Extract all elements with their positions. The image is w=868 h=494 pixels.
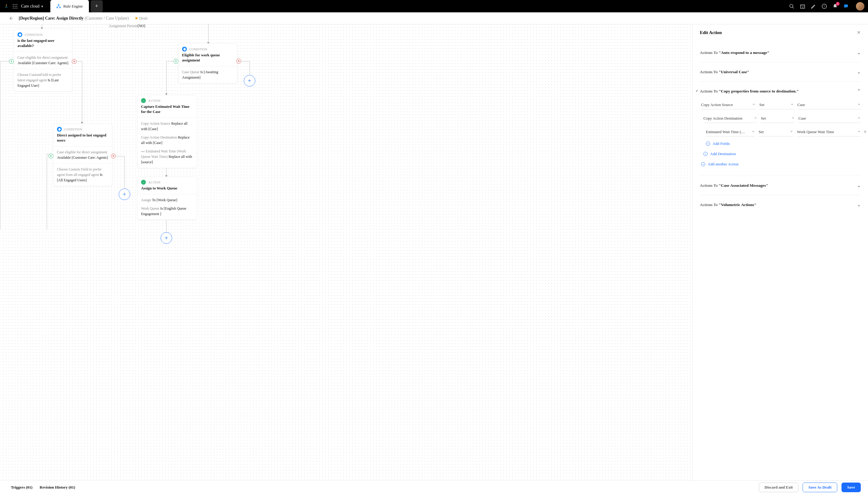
triggers-link[interactable]: Triggers (01) (11, 485, 33, 490)
svg-point-6 (13, 7, 14, 8)
port-yes[interactable]: Y (49, 154, 53, 158)
svg-rect-11 (59, 7, 60, 8)
rule-canvas[interactable]: Assignment Present[NO] CONDITION is the … (0, 24, 692, 480)
condition-icon (182, 47, 187, 52)
notification-icon[interactable]: 2 (832, 4, 838, 9)
save-button[interactable]: Save (842, 482, 861, 492)
action-icon (141, 98, 146, 103)
accordion-auto-respond[interactable]: Actions To "Auto respond to a message"⌄ (700, 43, 861, 62)
tab-rule-engine[interactable]: Rule Engine (50, 0, 89, 12)
svg-text:28: 28 (802, 6, 804, 8)
svg-rect-9 (58, 4, 59, 5)
search-icon[interactable] (789, 4, 794, 9)
apps-icon[interactable] (13, 4, 17, 9)
node-condition-last-engaged[interactable]: CONDITION is the last engaged user avail… (14, 29, 72, 92)
remove-row-icon[interactable]: ✕ (864, 130, 867, 134)
port-no[interactable]: N (72, 59, 77, 64)
topbar: Care cloud▼ Rule Engine + 28 ? 2 (0, 0, 868, 12)
svg-line-13 (792, 7, 794, 8)
page-subtitle: (Customer / Case Update) (85, 16, 129, 21)
close-icon[interactable]: ✕ (857, 30, 861, 35)
edit-icon[interactable] (811, 4, 816, 9)
port-no[interactable]: N (111, 154, 116, 158)
logo-icon (4, 4, 9, 9)
revision-link[interactable]: Revision History (01) (40, 485, 75, 490)
select-operator[interactable]: Set (761, 114, 795, 123)
node-action-capture-wait[interactable]: ACTION Capture Estimated Wait Time for t… (137, 95, 197, 168)
chevron-up-icon: ⌃ (857, 88, 861, 94)
select-value[interactable]: Work Queue Wait Time (797, 128, 861, 136)
hierarchy-icon (56, 4, 61, 8)
select-field[interactable]: Estimated Wait Time (… (706, 128, 755, 136)
add-tab-button[interactable]: + (91, 0, 103, 12)
add-action-button[interactable]: +Add another Action (701, 162, 861, 167)
port-yes[interactable]: Y (9, 59, 14, 64)
accordion-copy-properties: ✓ Actions To "Copy properties from sourc… (700, 82, 861, 176)
node-condition-direct-assigned[interactable]: CONDITION Direct assigned to last engage… (53, 124, 112, 186)
chevron-down-icon: ⌄ (857, 69, 861, 75)
add-node-button[interactable]: + (161, 232, 172, 244)
edit-action-panel: Edit Action ✕ Actions To "Auto respond t… (692, 24, 868, 480)
calendar-icon[interactable]: 28 (800, 4, 805, 9)
chevron-down-icon: ▼ (41, 5, 44, 8)
node-condition-eligible-queue[interactable]: CONDITION Eligible for work queue assign… (178, 43, 238, 83)
select-copy-source[interactable]: Copy Action Source (701, 101, 756, 109)
add-fields-button[interactable]: +Add Fields (706, 141, 861, 146)
node-stub: Assignment Present[NO] (109, 24, 145, 28)
chevron-down-icon: ⌄ (857, 202, 861, 208)
notification-badge: 2 (836, 2, 840, 6)
chat-icon[interactable] (843, 4, 849, 9)
help-icon[interactable]: ? (821, 4, 827, 9)
condition-icon (17, 32, 22, 37)
select-value[interactable]: Case (798, 114, 861, 123)
svg-point-2 (17, 4, 17, 5)
back-arrow-icon[interactable] (8, 16, 13, 21)
plus-circle-icon: + (701, 162, 705, 166)
page-title: [Dept/Region] Care: Assign Directly (19, 16, 84, 21)
plus-circle-icon: + (703, 152, 708, 156)
svg-point-5 (17, 6, 17, 7)
discard-button[interactable]: Discard and Exit (759, 482, 799, 492)
accordion-volumetric[interactable]: Actions To "Volumetric Actions"⌄ (700, 195, 861, 214)
chevron-down-icon: ⌄ (857, 50, 861, 55)
add-node-button[interactable]: + (244, 75, 255, 87)
save-draft-button[interactable]: Save As Draft (802, 482, 837, 492)
svg-point-3 (13, 6, 14, 7)
svg-point-8 (17, 7, 17, 8)
check-icon: ✓ (696, 89, 698, 93)
accordion-case-messages[interactable]: Actions To "Case Associated Messages"⌄ (700, 176, 861, 195)
condition-icon (57, 127, 62, 132)
select-copy-dest[interactable]: Copy Action Destination (703, 114, 757, 123)
workspace-selector[interactable]: Care cloud▼ (21, 4, 44, 9)
tab-label: Rule Engine (63, 4, 83, 9)
svg-rect-10 (57, 7, 58, 8)
chevron-down-icon: ⌄ (857, 183, 861, 188)
accordion-universal-case[interactable]: Actions To "Universal Case"⌄ (700, 62, 861, 82)
action-icon (141, 180, 146, 185)
svg-point-7 (15, 7, 16, 8)
svg-text:?: ? (824, 4, 825, 8)
svg-point-0 (13, 4, 14, 5)
svg-point-12 (790, 4, 793, 7)
select-operator[interactable]: Set (759, 128, 793, 136)
select-operator[interactable]: Set (759, 101, 794, 109)
port-yes[interactable]: Y (173, 59, 179, 63)
port-no[interactable]: N (236, 59, 241, 63)
svg-point-1 (15, 4, 16, 5)
add-node-button[interactable]: + (119, 189, 130, 200)
svg-point-4 (15, 6, 16, 7)
avatar[interactable] (856, 2, 864, 11)
plus-circle-icon: + (706, 141, 710, 146)
node-action-assign-queue[interactable]: ACTION Assign to Work Queue Assign To [W… (137, 176, 197, 220)
status-dot (135, 17, 137, 19)
subheader: [Dept/Region] Care: Assign Directly (Cus… (0, 12, 868, 24)
panel-title: Edit Action (700, 30, 857, 35)
footer: Triggers (01) Revision History (01) Disc… (0, 480, 868, 494)
select-value[interactable]: Case (797, 101, 861, 109)
add-destination-button[interactable]: +Add Destination (703, 152, 861, 156)
status-badge: Draft (139, 16, 147, 21)
